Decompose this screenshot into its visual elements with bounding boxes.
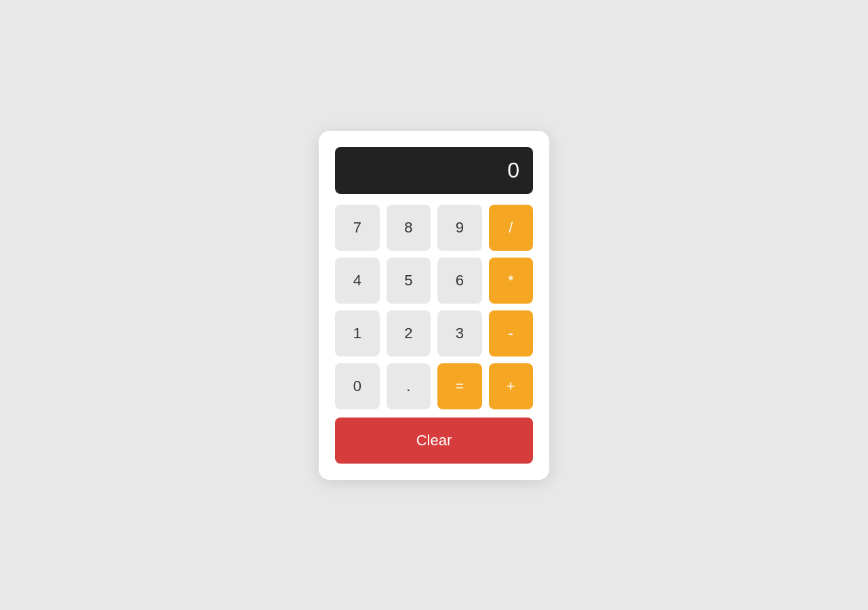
btn-4[interactable]: 4 bbox=[335, 258, 380, 304]
btn-0[interactable]: 0 bbox=[335, 363, 380, 409]
btn-equals[interactable]: = bbox=[437, 363, 482, 409]
btn-multiply[interactable]: * bbox=[489, 258, 534, 304]
btn-6[interactable]: 6 bbox=[437, 258, 482, 304]
btn-subtract[interactable]: - bbox=[489, 310, 534, 357]
btn-9[interactable]: 9 bbox=[437, 205, 482, 251]
btn-1[interactable]: 1 bbox=[335, 310, 380, 357]
buttons-grid: 7 8 9 / 4 5 6 * 1 2 3 - 0 . = + bbox=[335, 205, 533, 409]
btn-8[interactable]: 8 bbox=[387, 205, 431, 251]
btn-add[interactable]: + bbox=[489, 363, 534, 409]
display-value: 0 bbox=[507, 158, 519, 182]
btn-5[interactable]: 5 bbox=[387, 258, 431, 304]
clear-button[interactable]: Clear bbox=[335, 418, 533, 464]
btn-divide[interactable]: / bbox=[489, 205, 534, 251]
display: 0 bbox=[335, 147, 533, 194]
btn-3[interactable]: 3 bbox=[437, 310, 482, 357]
btn-7[interactable]: 7 bbox=[335, 205, 380, 251]
calculator: 0 7 8 9 / 4 5 6 * 1 2 3 - 0 . = + Clear bbox=[319, 131, 549, 480]
btn-2[interactable]: 2 bbox=[387, 310, 431, 357]
btn-decimal[interactable]: . bbox=[387, 363, 431, 409]
